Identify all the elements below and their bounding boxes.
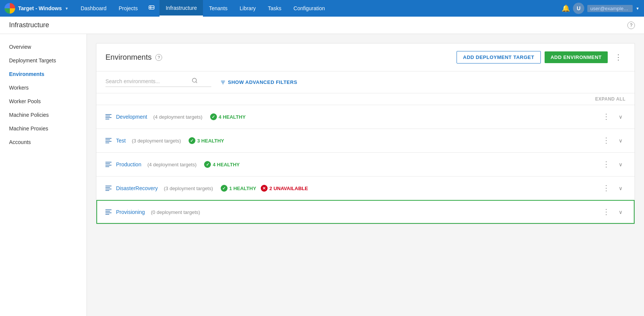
check-icon: ✓	[189, 137, 195, 144]
nav-configuration[interactable]: Configuration	[288, 0, 331, 17]
env-row-actions-production: ⋮ ∨	[600, 159, 625, 170]
environments-help-icon[interactable]: ?	[155, 54, 162, 61]
environments-actions: ADD DEPLOYMENT TARGET ADD ENVIRONMENT ⋮	[457, 51, 625, 64]
page-help-icon[interactable]: ?	[627, 22, 635, 29]
env-more-button-development[interactable]: ⋮	[600, 111, 613, 122]
octopus-logo-icon	[5, 3, 15, 14]
main-content: Environments ? ADD DEPLOYMENT TARGET ADD…	[87, 34, 644, 316]
env-count-disaster-recovery: (3 deployment targets)	[164, 186, 213, 191]
expand-all-label[interactable]: EXPAND ALL	[595, 96, 625, 102]
env-name-disaster-recovery[interactable]: DisasterRecovery	[116, 185, 158, 191]
app-logo[interactable]: Target - Windows ▼	[5, 3, 68, 14]
sidebar-item-accounts[interactable]: Accounts	[0, 135, 87, 149]
user-avatar[interactable]: U	[573, 3, 584, 14]
search-input[interactable]	[105, 78, 189, 84]
nav-right-area: 🔔 U user@example.com ▼	[562, 3, 639, 14]
env-count-provisioning: (0 deployment targets)	[151, 209, 200, 215]
unavailable-count: 2 UNAVAILABLE	[269, 186, 308, 191]
check-icon: ✓	[221, 185, 228, 192]
environments-more-button[interactable]: ⋮	[611, 52, 625, 63]
env-statuses-test: ✓ 3 HEALTHY	[189, 137, 224, 144]
nav-tasks[interactable]: Tasks	[262, 0, 288, 17]
notification-bell-icon[interactable]: 🔔	[562, 4, 570, 12]
sidebar-item-overview[interactable]: Overview	[0, 40, 87, 54]
env-row-actions-provisioning: ⋮ ∨	[600, 206, 625, 218]
env-row-production: Production (4 deployment targets) ✓ 4 HE…	[96, 152, 635, 176]
nav-search-icon[interactable]	[144, 0, 159, 17]
env-statuses-production: ✓ 4 HEALTHY	[204, 161, 240, 168]
env-row-test: Test (3 deployment targets) ✓ 3 HEALTHY …	[96, 129, 635, 152]
healthy-count: 1 HEALTHY	[229, 186, 256, 191]
sidebar-item-worker-pools[interactable]: Worker Pools	[0, 94, 87, 108]
environments-header: Environments ? ADD DEPLOYMENT TARGET ADD…	[96, 43, 635, 71]
sidebar-item-workers[interactable]: Workers	[0, 81, 87, 94]
env-statuses-development: ✓ 4 HEALTHY	[210, 113, 246, 120]
env-more-button-test[interactable]: ⋮	[600, 135, 613, 146]
status-badge-healthy: ✓ 4 HEALTHY	[210, 113, 246, 120]
env-more-button-production[interactable]: ⋮	[600, 159, 613, 170]
three-dots-icon: ⋮	[615, 53, 622, 61]
filter-label: SHOW ADVANCED FILTERS	[228, 79, 297, 85]
environments-title-area: Environments ?	[105, 53, 162, 62]
environment-list-icon	[105, 162, 111, 167]
search-box	[105, 77, 211, 87]
env-expand-button-development[interactable]: ∨	[616, 112, 625, 121]
user-dropdown-arrow[interactable]: ▼	[636, 6, 639, 11]
add-deployment-target-button[interactable]: ADD DEPLOYMENT TARGET	[457, 51, 541, 64]
nav-tenants[interactable]: Tenants	[203, 0, 234, 17]
status-badge-unavailable: ✕ 2 UNAVAILABLE	[261, 185, 308, 192]
add-environment-button[interactable]: ADD ENVIRONMENT	[545, 51, 608, 63]
env-name-production[interactable]: Production	[116, 161, 141, 167]
sidebar: Overview Deployment Targets Environments…	[0, 34, 87, 316]
page-header: Infrastructure ?	[0, 17, 644, 34]
nav-items: Dashboard Projects Infrastructure Tenant…	[74, 0, 562, 17]
env-count-test: (3 deployment targets)	[132, 138, 181, 144]
env-statuses-disaster-recovery: ✓ 1 HEALTHY ✕ 2 UNAVAILABLE	[221, 185, 308, 192]
nav-infrastructure[interactable]: Infrastructure	[159, 0, 203, 17]
env-row-actions-disaster-recovery: ⋮ ∨	[600, 183, 625, 194]
filter-icon	[220, 80, 226, 85]
env-name-provisioning[interactable]: Provisioning	[116, 209, 145, 215]
svg-line-4	[196, 82, 197, 83]
show-advanced-filters-button[interactable]: SHOW ADVANCED FILTERS	[220, 79, 297, 85]
env-count-development: (4 deployment targets)	[153, 114, 203, 120]
sidebar-item-deployment-targets[interactable]: Deployment Targets	[0, 54, 87, 67]
environment-list-icon	[105, 114, 111, 119]
env-expand-button-disaster-recovery[interactable]: ∨	[616, 184, 625, 193]
env-more-button-provisioning[interactable]: ⋮	[600, 206, 613, 218]
environments-title: Environments	[105, 53, 152, 62]
env-name-development[interactable]: Development	[116, 114, 147, 120]
app-name: Target - Windows	[18, 5, 62, 11]
top-navigation: Target - Windows ▼ Dashboard Projects In…	[0, 0, 644, 17]
search-area: SHOW ADVANCED FILTERS	[96, 71, 635, 93]
status-badge-healthy: ✓ 1 HEALTHY	[221, 185, 256, 192]
environments-panel: Environments ? ADD DEPLOYMENT TARGET ADD…	[96, 43, 635, 224]
environment-list-icon	[105, 138, 111, 143]
env-row-provisioning: Provisioning (0 deployment targets) ⋮ ∨	[96, 200, 635, 224]
env-row-actions-test: ⋮ ∨	[600, 135, 625, 146]
env-count-production: (4 deployment targets)	[147, 162, 197, 167]
nav-library[interactable]: Library	[234, 0, 262, 17]
sidebar-item-machine-proxies[interactable]: Machine Proxies	[0, 122, 87, 135]
sidebar-item-machine-policies[interactable]: Machine Policies	[0, 108, 87, 122]
search-icon-button[interactable]	[192, 77, 198, 85]
sidebar-item-environments[interactable]: Environments	[0, 67, 87, 81]
healthy-count: 4 HEALTHY	[219, 114, 246, 120]
page-title: Infrastructure	[9, 21, 49, 29]
username-label[interactable]: user@example.com	[587, 5, 633, 12]
healthy-count: 3 HEALTHY	[197, 138, 224, 144]
env-more-button-disaster-recovery[interactable]: ⋮	[600, 183, 613, 194]
env-expand-button-provisioning[interactable]: ∨	[616, 208, 625, 217]
env-name-test[interactable]: Test	[116, 138, 126, 144]
x-icon: ✕	[261, 185, 268, 192]
status-badge-healthy: ✓ 4 HEALTHY	[204, 161, 240, 168]
env-expand-button-test[interactable]: ∨	[616, 136, 625, 145]
env-expand-button-production[interactable]: ∨	[616, 160, 625, 169]
nav-projects[interactable]: Projects	[113, 0, 144, 17]
environment-list-icon	[105, 209, 111, 215]
nav-dashboard[interactable]: Dashboard	[74, 0, 113, 17]
env-row-development: Development (4 deployment targets) ✓ 4 H…	[96, 105, 635, 129]
app-dropdown-arrow: ▼	[65, 6, 69, 11]
main-layout: Overview Deployment Targets Environments…	[0, 34, 644, 316]
healthy-count: 4 HEALTHY	[213, 162, 240, 167]
